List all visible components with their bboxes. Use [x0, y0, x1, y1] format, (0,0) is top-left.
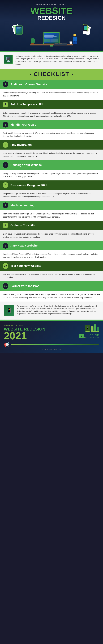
- checklist-label: CHECKLIST: [34, 71, 69, 77]
- item-number-5: 5: [2, 162, 8, 168]
- item-number-1: 1: [2, 82, 8, 87]
- footer-top-label: The Ultimate Checklist for: [4, 324, 79, 326]
- item-body-1: Website redesign starts with your existi…: [0, 89, 103, 100]
- header-title-line2: REDESIGN: [5, 15, 98, 21]
- item-body-7: Tech giants Amazon and Google are spearh…: [0, 210, 103, 221]
- checklist-item-3: 3 Identify Your Goals Next, identify the…: [0, 120, 103, 140]
- checklist-item-7: 7 Machine Learning Tech giants Amazon an…: [0, 201, 103, 221]
- hero-illustration: [5, 22, 98, 50]
- item-number-3: 3: [2, 122, 8, 128]
- item-title-9: AMP Ready Website: [10, 244, 38, 247]
- monitor-illustration: [43, 32, 60, 44]
- intro-text: Begin your website redesign project, wit…: [16, 55, 99, 66]
- item-title-11: Partner With the Pros: [10, 284, 40, 288]
- footer-section: The Ultimate Checklist for Website Redes…: [0, 320, 103, 353]
- item-title-1: Audit your Current Website: [10, 83, 47, 86]
- checklist-item-5: 5 Redesign Your Website Now you'll reall…: [0, 160, 103, 180]
- header-top-label: The Ultimate Checklist for 2021: [5, 3, 98, 6]
- checklist-item-4: 4 Find Inspiration Once you're ready to …: [0, 140, 103, 160]
- green-separator-2: [0, 320, 103, 320]
- cta-phone-icon: 📱: [4, 305, 14, 316]
- checklist-item-9: 9 AMP Ready Website Accelerated Mobile P…: [0, 241, 103, 261]
- item-title-4: Find Inspiration: [10, 143, 32, 146]
- header-section: The Ultimate Checklist for 2021 WEBSITE …: [0, 0, 103, 50]
- item-body-11: Website redesign in 2021 takes a great d…: [0, 291, 103, 302]
- footer-source: SOURCE | SPINXDIGITAL.COM: [4, 349, 99, 350]
- green-separator-1: [0, 50, 103, 52]
- checklist-item-11: 11 Partner With the Pros Website redesig…: [0, 281, 103, 302]
- item-body-8: Don't leave out website optimization dur…: [0, 230, 103, 241]
- tablet-illustration: [16, 26, 22, 34]
- item-number-11: 11: [2, 283, 8, 289]
- item-number-4: 4: [2, 142, 8, 148]
- coffee-cup-illustration: [70, 42, 72, 44]
- checklist-item-10: 10 Test Your New Website Test your redes…: [0, 261, 103, 282]
- item-body-2: Before you immerse yourself in the redes…: [0, 109, 103, 120]
- item-title-3: Identify Your Goals: [10, 123, 36, 126]
- item-title-5: Redesign Your Website: [10, 163, 42, 167]
- item-body-10: Test your redesigned website now, after …: [0, 270, 103, 282]
- brand-tagline: CRAFTING DIGITAL: [84, 337, 99, 338]
- item-title-6: Responsive Design in 2021: [10, 184, 47, 187]
- spinx-logo: S SPINX CRAFTING DIGITAL: [79, 334, 99, 338]
- item-body-5: Now you'll really dive into the redesign…: [0, 170, 103, 180]
- brand-name: SPINX: [84, 334, 99, 337]
- checklist-banner: › CHECKLIST ‹: [0, 69, 103, 80]
- item-title-8: Optimize Your Site: [10, 224, 36, 227]
- item-number-2: 2: [2, 102, 8, 108]
- item-body-4: Once you're ready to tweak your old site…: [0, 150, 103, 160]
- header-title-line1: WEBSITE: [5, 6, 98, 16]
- checklist-item-6: 6 Responsive Design in 2021 Responsive d…: [0, 180, 103, 201]
- item-number-10: 10: [2, 263, 8, 269]
- right-arrow-icon: ‹: [72, 72, 74, 77]
- footer-year: 2021: [4, 331, 79, 341]
- item-number-7: 7: [2, 202, 8, 208]
- person-illustration: [73, 34, 76, 44]
- intro-icon: 🖥️: [4, 55, 13, 64]
- footer-illustration: 📱: [85, 324, 99, 332]
- item-title-7: Machine Learning: [10, 204, 34, 207]
- footer-bottom-row: 📢: [4, 342, 99, 348]
- item-number-6: 6: [2, 182, 8, 188]
- item-title-10: Test Your New Website: [10, 264, 41, 268]
- item-body-6: Responsive design has been the mantra of…: [0, 190, 103, 201]
- item-body-9: Accelerated Mobile Pages (AMP) is defini…: [0, 250, 103, 261]
- checklist-item-1: 1 Audit your Current Website Website red…: [0, 80, 103, 100]
- checklist-item-2: 2 Set Up a Temporary URL Before you imme…: [0, 100, 103, 120]
- item-number-8: 8: [2, 222, 8, 228]
- bottom-cta-section: 📱 There are many benefits to working wit…: [0, 302, 103, 320]
- checklist-items-container: 1 Audit your Current Website Website red…: [0, 80, 103, 302]
- left-arrow-icon: ›: [30, 72, 31, 77]
- item-title-2: Set Up a Temporary URL: [10, 103, 44, 106]
- keyboard-illustration: [54, 43, 67, 45]
- intro-section: 🖥️ Begin your website redesign project, …: [0, 52, 103, 69]
- cta-text: There are many benefits to working with …: [17, 305, 99, 315]
- item-body-3: Next, identify the goals for your projec…: [0, 129, 103, 140]
- item-number-9: 9: [2, 243, 8, 248]
- phone-illustration: [83, 24, 88, 31]
- checklist-item-8: 8 Optimize Your Site Don't leave out web…: [0, 221, 103, 241]
